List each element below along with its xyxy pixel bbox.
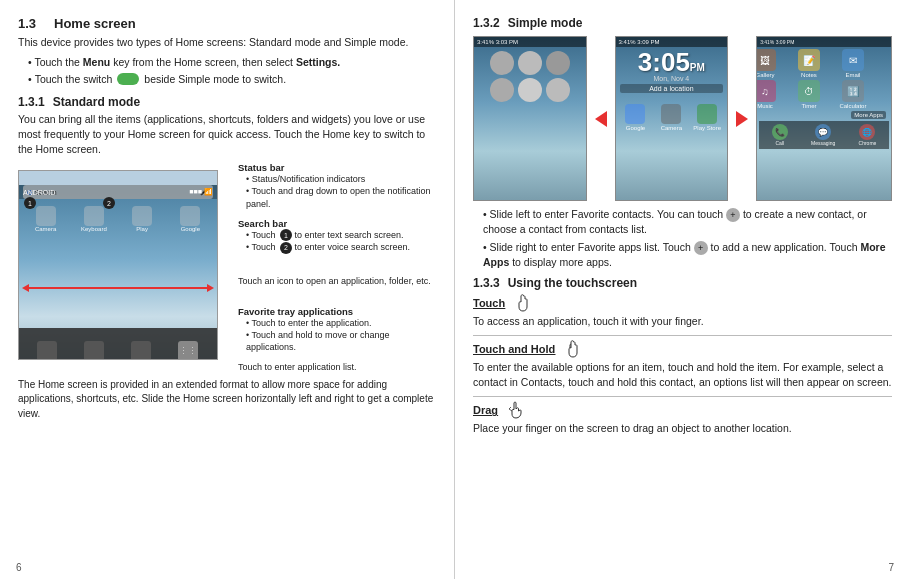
left-column: 1.3 Home screen This device provides two…: [0, 0, 455, 579]
subsection-1-3-3-header: 1.3.3 Using the touchscreen: [473, 276, 892, 290]
sub3-title: Using the touchscreen: [508, 276, 637, 290]
phone-annotation-area: ANDROID ■■■ 📶 G Search 🎤 1 2: [18, 162, 436, 371]
circle-2: 2: [103, 197, 115, 209]
tray-app3: [121, 341, 162, 361]
touch-hold-subsection: Touch and Hold To enter the available op…: [473, 340, 892, 390]
avatar-3: [546, 51, 570, 75]
sub2-num: 1.3.2: [473, 16, 500, 30]
bottom-nav-bar: 📞 Call 💬 Messaging 🌐 Chrome: [759, 121, 889, 149]
arrow-left-icon: [595, 111, 607, 127]
email-icon: ✉: [842, 49, 864, 71]
timer-icon: ⏱: [798, 80, 820, 102]
section-header: 1.3 Home screen: [18, 16, 436, 31]
gallery-icon: 🖼: [756, 49, 776, 71]
touch-header: Touch: [473, 294, 892, 312]
grid-google: Google: [619, 104, 653, 131]
touch-hand-icon: [514, 294, 530, 312]
apps-grid-area: 🖼 Gallery 📝 Notes ✉ Email ♫: [757, 47, 891, 151]
notes-icon: 📝: [798, 49, 820, 71]
touch-hold-header: Touch and Hold: [473, 340, 892, 358]
touch-hold-label: Touch and Hold: [473, 343, 555, 355]
simple-status-left2: 3:41% 3:09 PM: [619, 39, 660, 45]
bottom-tray: ⋮⋮: [19, 328, 217, 360]
divider-2: [473, 396, 892, 397]
simple-screen-1: 3:41% 3:03 PM: [473, 36, 587, 201]
subsection-1-3-2-header: 1.3.2 Simple mode: [473, 16, 892, 30]
status-right: ■■■ 📶: [189, 188, 213, 196]
clock-widget: 3:05PM Mon, Nov 4 Add a location: [616, 47, 728, 97]
add-location: Add a location: [620, 84, 724, 93]
nav-messaging: 💬 Messaging: [811, 124, 835, 146]
avatar-2: [518, 51, 542, 75]
clock-time: 3:05PM: [618, 49, 726, 75]
arrow-right-icon: [736, 111, 748, 127]
calculator-icon: 🔢: [842, 80, 864, 102]
drag-label: Drag: [473, 404, 498, 416]
phone-screenshot: ANDROID ■■■ 📶 G Search 🎤 1 2: [18, 162, 218, 371]
simple-status-1: 3:41% 3:03 PM: [474, 37, 586, 47]
simple-status-3: 3:41% 3:09 PM: [757, 37, 891, 47]
section-number: 1.3: [18, 16, 46, 31]
sub3-num: 1.3.3: [473, 276, 500, 290]
slide-arrow: [22, 283, 214, 293]
section-title: Home screen: [54, 16, 136, 31]
google-icon: [625, 104, 645, 124]
tray-app2: [74, 341, 115, 361]
app-google: Google: [168, 206, 213, 232]
messaging-icon: 💬: [815, 124, 831, 140]
avatar-1: [490, 51, 514, 75]
app-notes: 📝 Notes: [803, 49, 815, 78]
ann-touch-icon: Touch an icon to open an application, fo…: [238, 276, 436, 286]
more-apps-row: More Apps: [759, 111, 889, 119]
simple-mode-screenshots: 3:41% 3:03 PM 3:41% 3:0: [473, 36, 892, 201]
circle-1: 1: [24, 197, 36, 209]
simple-bullet-1: Slide left to enter Favorite contacts. Y…: [473, 207, 892, 237]
bullet-switch: Touch the switch beside Simple mode to s…: [18, 72, 436, 87]
nav-call: 📞 Call: [772, 124, 788, 146]
contacts-area: [474, 47, 586, 106]
avatar-6: [546, 78, 570, 102]
app-keyboard: Keyboard: [71, 206, 116, 232]
touch-label: Touch: [473, 297, 505, 309]
circle-1-ref: 1: [280, 229, 292, 241]
drag-subsection: Drag Place your finger on the screen to …: [473, 401, 892, 436]
simple-bullet-2: Slide right to enter Favorite apps list.…: [473, 240, 892, 270]
intro-text: This device provides two types of Home s…: [18, 35, 436, 50]
touch-hold-hand-icon: [564, 340, 580, 358]
simple-status-left: 3:41% 3:03 PM: [477, 39, 518, 45]
home-screen-bg: ANDROID ■■■ 📶 G Search 🎤 1 2: [19, 185, 217, 360]
simple-screen-2: 3:41% 3:09 PM 3:05PM Mon, Nov 4 Add a lo…: [615, 36, 729, 201]
drag-body: Place your finger on the screen to drag …: [473, 421, 892, 436]
chrome-icon: 🌐: [859, 124, 875, 140]
grid-camera: Camera: [654, 104, 688, 131]
tray-app4: ⋮⋮: [168, 341, 209, 361]
music-icon: ♫: [756, 80, 776, 102]
page-number-left: 6: [16, 562, 22, 573]
touch-hold-body: To enter the available options for an it…: [473, 360, 892, 390]
tray-app1: [27, 341, 68, 361]
apps-row-1: 🖼 Gallery 📝 Notes ✉ Email: [759, 49, 889, 78]
drag-hand-icon: [507, 401, 525, 419]
page-number-right: 7: [888, 562, 894, 573]
contact-avatars-2: [490, 78, 570, 102]
app-calculator: 🔢 Calculator: [847, 80, 859, 109]
sub1-body: You can bring all the items (application…: [18, 112, 436, 158]
ann-status-bar: Status bar Status/Notification indicator…: [238, 162, 436, 209]
app-gallery: 🖼 Gallery: [759, 49, 771, 78]
camera-icon: [661, 104, 681, 124]
avatar-4: [490, 78, 514, 102]
simple-status-2: 3:41% 3:09 PM: [616, 37, 728, 47]
simple-mode-arrow-2: [732, 36, 752, 201]
num-indicators: 1 2: [22, 197, 115, 209]
call-icon: 📞: [772, 124, 788, 140]
status-left: ANDROID: [23, 189, 55, 196]
right-column: 1.3.2 Simple mode 3:41% 3:03 PM: [455, 0, 910, 579]
add-app-icon: +: [694, 241, 708, 255]
app-email: ✉ Email: [847, 49, 859, 78]
app-timer: ⏱ Timer: [803, 80, 815, 109]
annotation-labels: Status bar Status/Notification indicator…: [226, 162, 436, 371]
phone-screen-area: ANDROID ■■■ 📶 G Search 🎤 1 2: [18, 170, 218, 360]
simple-mode-arrow: [591, 36, 611, 201]
bullet-settings: Touch the Menu key from the Home screen,…: [18, 55, 436, 70]
drag-header: Drag: [473, 401, 892, 419]
